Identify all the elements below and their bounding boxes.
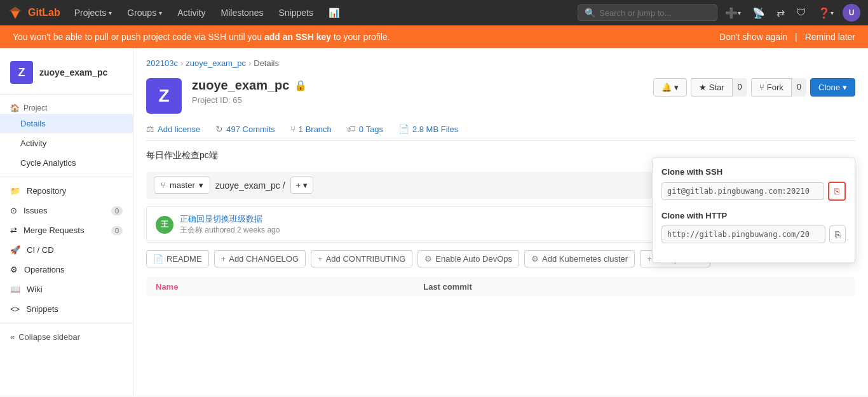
enable-auto-devops-button[interactable]: ⚙ Enable Auto DevOps	[417, 250, 519, 267]
add-chevron-icon: ▾	[303, 180, 308, 190]
clone-ssh-title: Clone with SSH	[661, 167, 846, 177]
star-button-group: ★ Star 0	[691, 78, 747, 97]
breadcrumb-group[interactable]: 202103c	[146, 58, 178, 68]
breadcrumb: 202103c › zuoye_exam_pc › Details	[146, 58, 855, 68]
ssh-warning-banner: You won't be able to pull or push projec…	[0, 25, 868, 48]
kubernetes-icon: ⚙	[531, 254, 539, 264]
project-id: Project ID: 65	[192, 95, 307, 105]
sidebar-item-wiki[interactable]: 📖 Wiki	[0, 279, 133, 299]
branches-link[interactable]: ⑂ 1 Branch	[290, 124, 332, 134]
commit-message[interactable]: 正确回显切换班级数据	[180, 213, 280, 225]
sidebar-item-details[interactable]: Details	[0, 114, 133, 133]
sidebar-project-name: zuoye_exam_pc	[39, 67, 107, 77]
star-count[interactable]: 0	[732, 78, 747, 97]
breadcrumb-project[interactable]: zuoye_exam_pc	[186, 58, 246, 68]
broadcast-icon[interactable]: 📡	[747, 0, 770, 25]
issues-icon[interactable]: 🛡	[791, 0, 811, 25]
notification-icon: 🔔	[661, 83, 672, 92]
help-icon[interactable]: ❓ ▾	[813, 0, 839, 25]
tags-link[interactable]: 🏷 0 Tags	[347, 124, 383, 134]
dont-show-again-link[interactable]: Don't show again	[719, 32, 787, 42]
clone-button[interactable]: Clone ▾	[810, 78, 855, 97]
new-item-button[interactable]: ➕ ▾	[720, 0, 746, 25]
devops-icon: ⚙	[424, 254, 432, 264]
branch-chevron-icon: ▾	[199, 180, 203, 190]
sidebar-item-activity[interactable]: Activity	[0, 133, 133, 153]
clone-http-row: http://gitlab.pingbuwang.com/20 ⎘	[661, 225, 846, 243]
copy-ssh-url-button[interactable]: ⎘	[828, 182, 846, 201]
nav-activity[interactable]: Activity	[171, 0, 212, 25]
main-layout: Z zuoye_exam_pc 🏠 Project Details Activi…	[0, 48, 868, 394]
snippets-icon: <>	[10, 304, 20, 314]
sidebar-item-snippets[interactable]: <> Snippets	[0, 299, 133, 319]
sidebar: Z zuoye_exam_pc 🏠 Project Details Activi…	[0, 48, 133, 394]
files-table: Name Last commit	[146, 276, 855, 297]
col-name: Name	[147, 277, 415, 297]
copy-http-url-button[interactable]: ⎘	[829, 225, 846, 243]
files-link[interactable]: 📄 2.8 MB Files	[398, 124, 458, 134]
issues-icon: ⊙	[10, 206, 17, 215]
user-avatar[interactable]: U	[843, 4, 860, 22]
nav-projects[interactable]: Projects ▾	[68, 0, 119, 25]
merge-requests-icon[interactable]: ⇄	[771, 0, 790, 25]
banner-message: You won't be able to pull or push projec…	[13, 32, 390, 42]
fork-button[interactable]: ⑂ Fork	[751, 78, 791, 97]
sidebar-item-merge-requests[interactable]: ⇄ Merge Requests 0	[0, 220, 133, 240]
fork-button-group: ⑂ Fork 0	[751, 78, 806, 97]
sidebar-item-operations[interactable]: ⚙ Operations	[0, 260, 133, 279]
nav-icons: ➕ ▾ 📡 ⇄ 🛡 ❓ ▾ U	[720, 0, 860, 25]
collapse-sidebar-button[interactable]: « Collapse sidebar	[0, 327, 133, 347]
sidebar-item-issues[interactable]: ⊙ Issues 0	[0, 201, 133, 220]
banner-actions: Don't show again | Remind later	[719, 32, 855, 42]
readme-button[interactable]: 📄 README	[146, 250, 209, 267]
wiki-icon: 📖	[10, 285, 20, 294]
branch-selector[interactable]: ⑂ master ▾	[154, 177, 210, 194]
search-input[interactable]	[599, 8, 710, 18]
operations-icon: ⚙	[10, 265, 18, 274]
clone-dropdown: Clone with SSH git@gitlab.pingbuwang.com…	[652, 158, 855, 263]
clone-ssh-row: git@gitlab.pingbuwang.com:20210 ⎘	[661, 182, 846, 201]
commit-author: 王会称 authored 2 weeks ago	[180, 225, 280, 236]
branch-icon: ⑂	[290, 124, 295, 134]
sidebar-item-ci-cd[interactable]: 🚀 CI / CD	[0, 240, 133, 260]
sidebar-section-project: 🏠 Project	[0, 100, 133, 114]
ci-cd-icon: 🚀	[10, 245, 20, 255]
sidebar-item-repository[interactable]: 📁 Repository	[0, 181, 133, 201]
clone-chevron-icon: ▾	[843, 83, 847, 92]
branch-icon: ⑂	[161, 180, 166, 190]
main-content: 202103c › zuoye_exam_pc › Details Z zuoy…	[133, 48, 868, 394]
commit-info: 正确回显切换班级数据 王会称 authored 2 weeks ago	[180, 213, 280, 236]
file-icon: 📄	[398, 124, 409, 134]
fork-count[interactable]: 0	[791, 78, 806, 97]
fork-icon: ⑂	[759, 83, 764, 92]
gitlab-logo[interactable]: GitLab	[8, 5, 60, 20]
nav-groups[interactable]: Groups ▾	[121, 0, 168, 25]
add-file-button[interactable]: + ▾	[290, 177, 314, 194]
repo-path: zuoye_exam_pc /	[215, 180, 285, 191]
stats-bar: ⚖ Add license ↻ 497 Commits ⑂ 1 Branch 🏷…	[146, 124, 855, 141]
add-ssh-key-link[interactable]: add an SSH key	[264, 32, 331, 42]
add-changelog-button[interactable]: + Add CHANGELOG	[214, 250, 306, 267]
contributing-icon: +	[318, 254, 323, 264]
nav-snippets[interactable]: Snippets	[272, 0, 319, 25]
add-kubernetes-button[interactable]: ⚙ Add Kubernetes cluster	[524, 250, 635, 267]
sidebar-item-cycle-analytics[interactable]: Cycle Analytics	[0, 153, 133, 173]
star-button[interactable]: ★ Star	[691, 78, 732, 97]
nav-milestones[interactable]: Milestones	[215, 0, 270, 25]
add-contributing-button[interactable]: + Add CONTRIBUTING	[311, 250, 412, 267]
merge-requests-icon: ⇄	[10, 225, 17, 235]
search-icon: 🔍	[585, 8, 595, 18]
clone-ssh-url: git@gitlab.pingbuwang.com:20210	[661, 182, 824, 200]
remind-later-link[interactable]: Remind later	[805, 32, 855, 42]
nav-chart[interactable]: 📊	[322, 0, 346, 25]
add-license-link[interactable]: ⚖ Add license	[146, 124, 200, 134]
tag-icon: 🏷	[347, 124, 356, 134]
project-actions: 🔔 ▾ ★ Star 0 ⑂ Fork 0	[653, 78, 855, 97]
search-bar: 🔍	[578, 4, 717, 21]
project-icon: Z	[146, 78, 182, 114]
clone-http-url: http://gitlab.pingbuwang.com/20	[661, 225, 825, 243]
commit-author-avatar: 王	[156, 216, 173, 234]
commits-link[interactable]: ↻ 497 Commits	[215, 124, 275, 134]
lock-icon: 🔒	[294, 79, 307, 91]
notification-button[interactable]: 🔔 ▾	[653, 78, 687, 97]
